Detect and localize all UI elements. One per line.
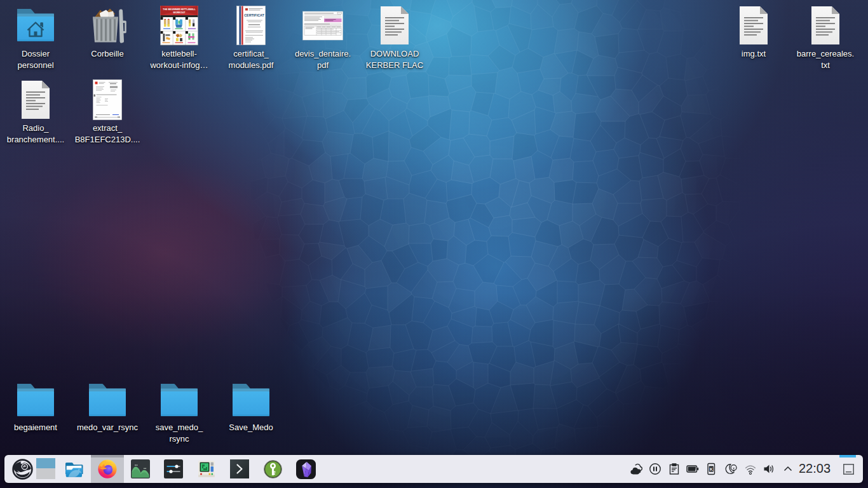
svg-text:K: K [710,466,714,471]
svg-text:CERTIFICAT: CERTIFICAT [244,13,264,17]
svg-text:THE BEGINNER KETTLEBELL: THE BEGINNER KETTLEBELL [163,8,196,11]
svg-text:WORKOUT: WORKOUT [173,11,186,14]
